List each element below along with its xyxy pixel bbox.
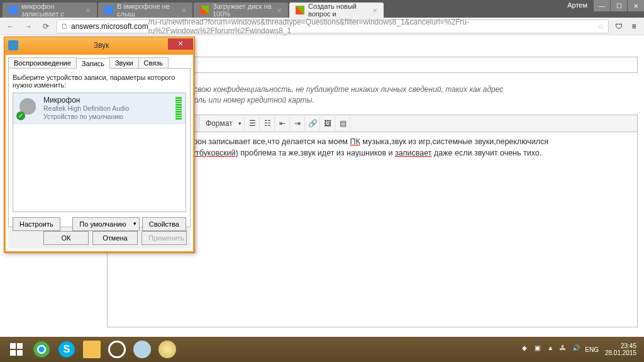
url-path: /ru-ru/newthread?forum=windows&threadtyp… — [148, 18, 597, 35]
close-icon[interactable]: × — [277, 6, 282, 15]
menu-icon[interactable]: ≡ — [628, 20, 640, 33]
tray-icon[interactable]: 🔊 — [572, 344, 582, 354]
browser-tab[interactable]: Загружает диск на 100%× — [194, 3, 288, 18]
browser-tab[interactable]: В микрофоне не слыш× — [98, 3, 192, 18]
system-tray: ◆ ▣ ▲ 🖧 🔊 ENG 23:45 28.01.2015 — [522, 342, 640, 356]
back-button[interactable]: ← — [4, 20, 18, 33]
browser-tab[interactable]: Создать новый вопрос и× — [289, 3, 384, 18]
outdent-button[interactable]: ⇤ — [276, 116, 290, 130]
reload-button[interactable]: ⟳ — [39, 20, 53, 33]
minimize-button[interactable]: — — [594, 0, 610, 11]
url-input[interactable]: 🗋 answers.microsoft.com /ru-ru/newthread… — [57, 20, 609, 33]
ok-button[interactable]: ОК — [43, 231, 89, 245]
level-meter-icon — [175, 97, 182, 120]
configure-button[interactable]: Настроить — [13, 217, 60, 231]
favicon-icon — [200, 6, 209, 14]
close-icon[interactable]: × — [372, 6, 377, 15]
device-sub: Устройство по умолчанию — [43, 113, 175, 121]
tray-icon[interactable]: ◆ — [522, 344, 532, 354]
list-ol-button[interactable]: ☷ — [261, 116, 275, 130]
dialog-titlebar[interactable]: Звук × — [4, 37, 194, 54]
close-button[interactable]: ✕ — [628, 0, 644, 11]
dialog-instruction: Выберите устройство записи, параметры ко… — [13, 74, 186, 89]
dialog-close-button[interactable]: × — [168, 38, 193, 50]
star-icon[interactable]: ☆ — [597, 22, 604, 31]
sound-icon — [8, 40, 18, 50]
app-taskbar-icon[interactable] — [130, 337, 155, 362]
tab-recording[interactable]: Запись — [76, 58, 110, 69]
tab-label: Создать новый вопрос и — [308, 3, 369, 18]
device-item[interactable]: Микрофон Realtek High Definition Audio У… — [13, 93, 186, 124]
paint-taskbar-icon[interactable] — [155, 337, 180, 362]
format-dropdown[interactable]: Формат — [201, 116, 245, 130]
skype-taskbar-icon[interactable]: S — [54, 337, 79, 362]
start-button[interactable] — [4, 337, 29, 362]
image-button[interactable]: 🖼 — [321, 116, 335, 130]
window-controls: — ☐ ✕ — [593, 0, 644, 11]
cancel-button[interactable]: Отмена — [92, 231, 138, 245]
close-icon[interactable]: × — [86, 6, 91, 15]
tab-strip: микрофон записывает с× В микрофоне не сл… — [0, 0, 644, 18]
indent-button[interactable]: ⇥ — [291, 116, 305, 130]
tab-label: В микрофоне не слыш — [117, 3, 177, 18]
device-sub: Realtek High Definition Audio — [43, 105, 175, 113]
properties-button[interactable]: Свойства — [142, 217, 186, 231]
favicon-icon — [104, 6, 113, 14]
chrome-user[interactable]: Артем — [567, 1, 587, 9]
tray-clock[interactable]: 23:45 28.01.2015 — [601, 342, 640, 356]
tab-communications[interactable]: Связь — [138, 57, 169, 68]
url-host: answers.microsoft.com — [71, 22, 148, 31]
browser-tab[interactable]: микрофон записывает с× — [3, 3, 97, 18]
link-button[interactable]: 🔗 — [306, 116, 320, 130]
explorer-taskbar-icon[interactable] — [79, 337, 104, 362]
forward-button[interactable]: → — [21, 20, 35, 33]
microphone-icon — [17, 97, 40, 120]
close-icon[interactable]: × — [181, 6, 186, 15]
tab-label: Загружает диск на 100% — [213, 3, 273, 18]
html-button[interactable]: ▤ — [336, 116, 350, 130]
apply-button[interactable]: Применить — [142, 231, 187, 245]
app-taskbar-icon[interactable] — [104, 337, 130, 362]
chrome-taskbar-icon[interactable] — [29, 337, 54, 362]
maximize-button[interactable]: ☐ — [611, 0, 627, 11]
dialog-tabs: Воспроизведение Запись Звуки Связь — [8, 57, 191, 69]
tab-playback[interactable]: Воспроизведение — [8, 57, 77, 68]
tray-icon[interactable]: ▲ — [547, 344, 557, 354]
list-ul-button[interactable]: ☰ — [246, 116, 260, 130]
tray-lang[interactable]: ENG — [585, 346, 599, 353]
address-bar: ← → ⟳ 🗋 answers.microsoft.com /ru-ru/new… — [0, 18, 644, 35]
device-name: Микрофон — [43, 96, 175, 105]
favicon-icon — [9, 6, 18, 14]
taskbar: S ◆ ▣ ▲ 🖧 🔊 ENG 23:45 28.01.2015 — [0, 337, 644, 362]
device-list[interactable]: Микрофон Realtek High Definition Audio У… — [13, 93, 186, 212]
tray-icon[interactable]: ▣ — [535, 344, 545, 354]
default-button[interactable]: По умолчанию — [72, 217, 139, 231]
tab-sounds[interactable]: Звуки — [109, 57, 139, 68]
tab-label: микрофон записывает с — [21, 3, 82, 18]
tray-icon[interactable]: 🖧 — [560, 344, 570, 354]
sound-dialog: Звук × Воспроизведение Запись Звуки Связ… — [4, 37, 195, 253]
favicon-icon — [296, 6, 304, 14]
extension-icon[interactable]: 🛡 — [613, 20, 625, 33]
svg-text:S: S — [64, 343, 70, 354]
